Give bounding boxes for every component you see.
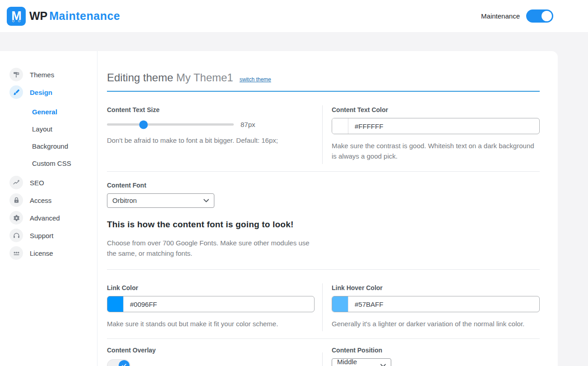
toggle-knob — [542, 11, 552, 21]
content-font-selected: Orbitron — [112, 197, 137, 204]
field-content-position: Content Position Middle Center Content b… — [332, 347, 540, 366]
field-link-color: Link Color #0096FF Make sure it stands o… — [107, 284, 315, 329]
link-hover-color-hint: Generally it's a lighter or darker varia… — [332, 319, 540, 329]
content-overlay-toggle[interactable] — [107, 359, 130, 366]
field-link-hover-color: Link Hover Color #57BAFF Generally it's … — [332, 284, 540, 329]
color-value[interactable]: #FFFFFF — [348, 118, 539, 134]
design-submenu: General Layout Background Custom CSS — [32, 103, 97, 172]
sidebar-item-label: Advanced — [30, 214, 60, 222]
field-content-text-color: Content Text Color #FFFFFF Make sure the… — [332, 106, 540, 162]
sidebar-subitem-layout[interactable]: Layout — [32, 120, 97, 137]
link-color-input[interactable]: #0096FF — [107, 296, 315, 312]
headset-icon — [9, 229, 23, 242]
wp-maintenance-logo-icon: M — [7, 7, 26, 26]
field-content-text-size: Content Text Size 87px Don't be afraid t… — [107, 106, 315, 162]
sidebar-item-support[interactable]: Support — [9, 229, 97, 242]
brush-icon — [9, 85, 23, 99]
row-content-font: Content Font Orbitron This is how the co… — [107, 172, 540, 270]
check-icon — [121, 363, 127, 366]
content-text-size-hint: Don't be afraid to make to font a bit bi… — [107, 135, 315, 145]
sidebar-item-label: Access — [30, 197, 51, 204]
color-swatch[interactable] — [332, 118, 348, 134]
content-card: Themes Design General Layout Background … — [0, 51, 558, 366]
sidebar-subitem-general[interactable]: General — [32, 103, 97, 120]
content-position-select[interactable]: Middle Center — [332, 358, 391, 366]
color-swatch[interactable] — [332, 296, 348, 312]
color-swatch[interactable] — [107, 296, 124, 312]
color-value[interactable]: #0096FF — [124, 296, 314, 312]
link-hover-color-label: Link Hover Color — [332, 284, 540, 291]
trend-sparkle-icon — [9, 176, 23, 189]
gear-icon — [9, 211, 23, 225]
link-color-label: Link Color — [107, 284, 315, 291]
content-text-size-slider: 87px — [107, 120, 315, 129]
switch-theme-link[interactable]: switch theme — [240, 76, 271, 83]
sidebar-item-design[interactable]: Design — [9, 85, 97, 99]
sidebar-item-label: Support — [30, 232, 54, 239]
sidebar-item-themes[interactable]: Themes — [9, 68, 97, 81]
license-key-icon — [9, 246, 23, 260]
row-text-size-color: Content Text Size 87px Don't be afraid t… — [107, 92, 540, 171]
maintenance-toggle-label: Maintenance — [481, 12, 520, 20]
sidebar-subitem-background[interactable]: Background — [32, 137, 97, 155]
content-font-label: Content Font — [107, 182, 540, 189]
sidebar-item-label: Design — [30, 89, 52, 96]
field-content-overlay: Content Overlay If enabled we'll create … — [107, 347, 315, 366]
content-text-color-hint: Make sure the contrast is good. Whiteish… — [332, 141, 540, 162]
sidebar-item-license[interactable]: License — [9, 246, 97, 260]
brand-logo[interactable]: M WPMaintenance — [7, 7, 120, 26]
link-color-hint: Make sure it stands out but make it fit … — [107, 319, 315, 329]
chevron-down-icon — [204, 199, 209, 202]
sidebar-item-label: License — [30, 249, 53, 257]
lock-icon — [9, 193, 23, 207]
sidebar-item-seo[interactable]: SEO — [9, 176, 97, 189]
slider-value: 87px — [241, 121, 255, 128]
sidebar-item-label: Themes — [30, 71, 54, 79]
slider-thumb[interactable] — [139, 120, 148, 129]
content-font-hint: Choose from over 700 Google Fonts. Make … — [107, 238, 315, 259]
content-text-color-input[interactable]: #FFFFFF — [332, 118, 540, 134]
content-position-selected: Middle Center — [337, 358, 376, 366]
sidebar: Themes Design General Layout Background … — [0, 51, 97, 366]
chevron-down-icon — [380, 364, 386, 366]
sidebar-item-advanced[interactable]: Advanced — [9, 211, 97, 225]
color-value[interactable]: #57BAFF — [348, 296, 539, 312]
link-hover-color-input[interactable]: #57BAFF — [332, 296, 540, 312]
row-overlay-position: Content Overlay If enabled we'll create … — [107, 339, 540, 366]
toggle-knob — [119, 360, 130, 366]
page-head: Editing theme My Theme1 switch theme — [107, 71, 540, 92]
font-preview-text: This is how the content font is going to… — [107, 220, 540, 230]
content-position-label: Content Position — [332, 347, 540, 354]
main-panel: Editing theme My Theme1 switch theme Con… — [97, 51, 558, 366]
content-text-size-label: Content Text Size — [107, 106, 315, 113]
slider-track[interactable] — [107, 123, 234, 126]
paint-roller-icon — [9, 68, 23, 81]
maintenance-toggle[interactable] — [526, 9, 553, 23]
page-title: Editing theme My Theme1 — [107, 71, 233, 84]
content-font-select[interactable]: Orbitron — [107, 193, 214, 208]
sidebar-item-access[interactable]: Access — [9, 193, 97, 207]
row-link-colors: Link Color #0096FF Make sure it stands o… — [107, 270, 540, 338]
content-overlay-label: Content Overlay — [107, 347, 315, 354]
sidebar-subitem-custom-css[interactable]: Custom CSS — [32, 155, 97, 172]
sidebar-item-label: SEO — [30, 179, 44, 187]
brand-name: WPMaintenance — [29, 9, 120, 23]
app-header: M WPMaintenance Maintenance — [0, 0, 588, 32]
content-text-color-label: Content Text Color — [332, 106, 540, 113]
